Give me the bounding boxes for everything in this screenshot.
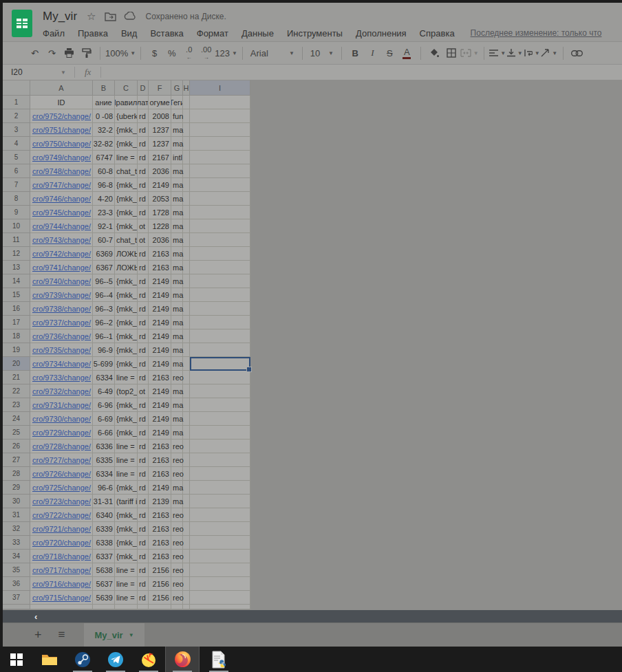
cell-C33[interactable]: {mkk_ — [115, 536, 138, 550]
cell-A35[interactable]: cro/9717/change/ — [30, 563, 93, 577]
cell-H28[interactable] — [183, 467, 190, 481]
header-cell-D[interactable]: лат — [138, 96, 149, 109]
menu-item-справка[interactable]: Справка — [420, 28, 455, 39]
cell-F34[interactable]: 2163 — [149, 550, 171, 563]
cell-D6[interactable]: rd — [138, 164, 149, 178]
cell-D17[interactable]: rd — [138, 316, 149, 329]
cell-A14[interactable]: cro/9740/change/ — [30, 274, 93, 288]
cell-F23[interactable]: 2149 — [149, 398, 171, 412]
cell-G3[interactable]: ma — [171, 123, 183, 137]
cell-H20[interactable] — [183, 357, 190, 371]
cell-G4[interactable]: ma — [171, 137, 183, 151]
cell-C6[interactable]: chat_ty — [115, 164, 138, 178]
cell-D18[interactable]: rd — [138, 329, 149, 343]
cell-H25[interactable] — [183, 426, 190, 440]
cell-A32[interactable]: cro/9721/change/ — [30, 522, 93, 536]
cell-G17[interactable]: ma — [171, 316, 183, 329]
cell-G13[interactable]: ma — [171, 261, 183, 274]
cell-I15[interactable] — [190, 288, 250, 302]
cell-C2[interactable]: {uberki — [115, 109, 138, 123]
cell-H14[interactable] — [183, 274, 190, 288]
cell-D12[interactable]: rd — [138, 247, 149, 261]
cell-link[interactable]: cro/9717/change/ — [32, 566, 91, 574]
cell-G10[interactable]: ma — [171, 219, 183, 233]
cell-A30[interactable]: cro/9723/change/ — [30, 495, 93, 508]
cell-G31[interactable]: reo — [171, 508, 183, 522]
cell-I7[interactable] — [190, 178, 250, 192]
move-folder-icon[interactable] — [105, 12, 116, 21]
decrease-decimal-button[interactable]: .0← — [180, 45, 197, 61]
cell-C28[interactable]: line = ' — [115, 467, 138, 481]
cell-link[interactable]: cro/9742/change/ — [32, 250, 91, 258]
cell-C35[interactable]: line = ' — [115, 563, 138, 577]
cell-D4[interactable]: rd — [138, 137, 149, 151]
cell-B29[interactable]: 96-6 — [93, 481, 115, 495]
horizontal-scrollbar[interactable]: ‹ — [3, 610, 622, 622]
row-header[interactable]: 37 — [3, 591, 30, 605]
cell-link[interactable]: cro/9723/change/ — [32, 497, 91, 506]
cell-F36[interactable]: 2156 — [149, 577, 171, 591]
row-header[interactable]: 28 — [3, 467, 30, 481]
cell-A12[interactable]: cro/9742/change/ — [30, 247, 93, 261]
cell-I3[interactable] — [190, 123, 250, 137]
cell-H19[interactable] — [183, 343, 190, 357]
menu-item-данные[interactable]: Данные — [242, 28, 274, 39]
cell[interactable] — [115, 605, 138, 609]
horizontal-align-menu[interactable]: ▼ — [489, 45, 506, 61]
cell-D20[interactable]: rd — [138, 357, 149, 371]
cell-B18[interactable]: 96--1 — [93, 329, 115, 343]
cell-C12[interactable]: ЛОЖЬ — [115, 247, 138, 261]
cell[interactable] — [93, 605, 115, 609]
add-sheet-button[interactable]: + — [34, 628, 42, 642]
cell-F22[interactable]: 2149 — [149, 384, 171, 398]
cell-D37[interactable]: rd — [138, 591, 149, 605]
cell-B4[interactable]: 32-82 — [93, 137, 115, 151]
cell-G8[interactable]: ma — [171, 192, 183, 206]
row-header[interactable]: 29 — [3, 481, 30, 495]
cell-H24[interactable] — [183, 412, 190, 426]
cell-B7[interactable]: 96-8 — [93, 178, 115, 192]
cell-A34[interactable]: cro/9718/change/ — [30, 550, 93, 563]
cell-link[interactable]: cro/9730/change/ — [32, 415, 91, 423]
cell-D2[interactable]: rd — [138, 109, 149, 123]
cell-G7[interactable]: ma — [171, 178, 183, 192]
cell-F17[interactable]: 2149 — [149, 316, 171, 329]
row-header[interactable]: 30 — [3, 495, 30, 508]
cell-G37[interactable]: reo — [171, 591, 183, 605]
cell-link[interactable]: cro/9744/change/ — [32, 222, 91, 230]
cell-G21[interactable]: reo — [171, 371, 183, 384]
cell-C22[interactable]: (top2_r — [115, 384, 138, 398]
cell-I34[interactable] — [190, 550, 250, 563]
cell-C4[interactable]: {mkk_ — [115, 137, 138, 151]
cell-F30[interactable]: 2139 — [149, 495, 171, 508]
cell-I24[interactable] — [190, 412, 250, 426]
cell-H9[interactable] — [183, 206, 190, 219]
cell-C16[interactable]: {mkk_ — [115, 302, 138, 316]
cell-C34[interactable]: {mkk_ — [115, 550, 138, 563]
column-header-F[interactable]: F — [149, 80, 171, 96]
cell[interactable] — [190, 605, 250, 609]
cell-D14[interactable]: rd — [138, 274, 149, 288]
cell-G25[interactable]: ma — [171, 426, 183, 440]
cell-I23[interactable] — [190, 398, 250, 412]
cell-H8[interactable] — [183, 192, 190, 206]
cell-I17[interactable] — [190, 316, 250, 329]
row-header[interactable]: 10 — [3, 219, 30, 233]
cell-D3[interactable]: rd — [138, 123, 149, 137]
menu-item-правка[interactable]: Правка — [78, 28, 108, 39]
cell-F7[interactable]: 2149 — [149, 178, 171, 192]
cell-B20[interactable]: 5-699 — [93, 357, 115, 371]
cell-I36[interactable] — [190, 577, 250, 591]
cell-I19[interactable] — [190, 343, 250, 357]
cell-link[interactable]: cro/9735/change/ — [32, 346, 91, 354]
row-header[interactable]: 24 — [3, 412, 30, 426]
menu-item-формат[interactable]: Формат — [197, 28, 228, 39]
cell-H37[interactable] — [183, 591, 190, 605]
cell-G33[interactable]: reo — [171, 536, 183, 550]
cell-B19[interactable]: 96-9 — [93, 343, 115, 357]
header-cell-H[interactable] — [183, 96, 190, 109]
cell-C13[interactable]: ЛОЖЬ — [115, 261, 138, 274]
last-edit-link[interactable]: Последнее изменение: только что — [471, 28, 602, 38]
cell-H12[interactable] — [183, 247, 190, 261]
cell-H22[interactable] — [183, 384, 190, 398]
